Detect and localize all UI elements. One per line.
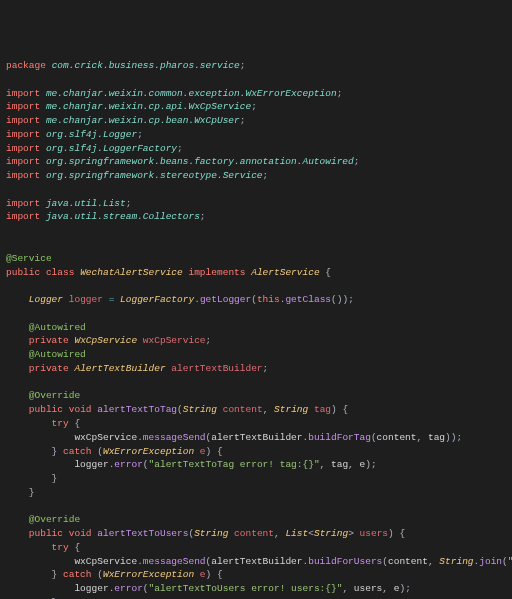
annotation-autowired: @Autowired: [29, 322, 86, 333]
kw-import: import: [6, 88, 40, 99]
class-name: WechatAlertService: [80, 267, 183, 278]
annotation-override: @Override: [29, 390, 80, 401]
package-name: com.crick.business.pharos.service: [52, 60, 240, 71]
method-alerttexttotag: alertTextToTag: [97, 404, 177, 415]
method-alerttexttousers: alertTextToUsers: [97, 528, 188, 539]
import-path: me.chanjar.weixin.common.exception.WxErr…: [46, 88, 337, 99]
code-viewer: package com.crick.business.pharos.servic…: [6, 59, 506, 599]
kw-package: package: [6, 60, 46, 71]
interface-name: AlertService: [251, 267, 319, 278]
string-literal: "alertTextToTag error! tag:{}": [149, 459, 320, 470]
annotation-service: @Service: [6, 253, 52, 264]
